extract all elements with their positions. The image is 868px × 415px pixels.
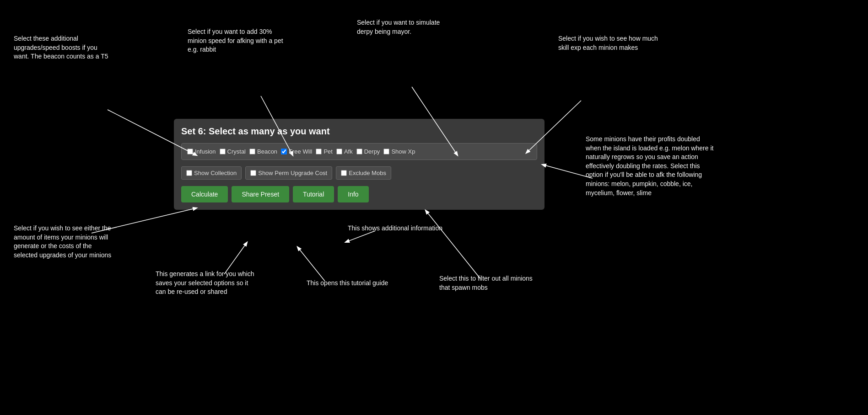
- svg-line-8: [426, 210, 480, 279]
- button-row: Calculate Share Preset Tutorial Info: [181, 186, 537, 202]
- checkbox-beacon-label: Beacon: [257, 148, 277, 155]
- checkbox-derpy[interactable]: Derpy: [356, 148, 380, 155]
- annotation-bottom-center-left: This generates a link for you which save…: [156, 270, 256, 297]
- checkbox-afk-label: Afk: [344, 148, 353, 155]
- checkbox-derpy-input[interactable]: [356, 149, 362, 154]
- checkbox-beacon[interactable]: Beacon: [249, 148, 277, 155]
- checkbox-afk-input[interactable]: [336, 149, 342, 154]
- checkbox-crystal[interactable]: Crystal: [220, 148, 246, 155]
- settings-panel: Set 6: Select as many as you want Infusi…: [174, 119, 545, 210]
- annotation-top-right: Select if you wish to see how much skill…: [558, 34, 659, 52]
- checkbox-showpermupgrade-input[interactable]: [250, 170, 256, 176]
- checkbox-freewill-label: Free Will: [289, 148, 312, 155]
- checkbox-freewill-input[interactable]: [281, 149, 287, 154]
- checkbox-crystal-input[interactable]: [220, 149, 226, 154]
- annotation-bottom-left: Select if you wish to see either the amo…: [14, 224, 114, 260]
- checkbox-showcollection-input[interactable]: [186, 170, 192, 176]
- checkbox-showxp-input[interactable]: [383, 149, 389, 154]
- checkbox-showxp-label: Show Xp: [391, 148, 415, 155]
- checkbox-showpermupgrade-label: Show Perm Upgrade Cost: [258, 170, 327, 176]
- tutorial-button[interactable]: Tutorial: [293, 186, 334, 202]
- checkbox-pet-label: Pet: [323, 148, 333, 155]
- share-preset-button[interactable]: Share Preset: [232, 186, 289, 202]
- annotation-bottom-center-right: This shows additional information: [348, 224, 442, 233]
- checkbox-infusion[interactable]: Infusion: [187, 148, 216, 155]
- checkbox-row-2: Show Collection Show Perm Upgrade Cost E…: [181, 165, 537, 181]
- checkbox-showcollection[interactable]: Show Collection: [181, 166, 242, 180]
- checkbox-beacon-input[interactable]: [249, 149, 255, 154]
- checkbox-pet-input[interactable]: [316, 149, 322, 154]
- annotation-bottom-center: This opens this tutorial guide: [307, 279, 388, 288]
- annotation-top-left: Select these additional upgrades/speed b…: [14, 34, 114, 61]
- annotation-top-center-left: Select if you want to add 30% minion spe…: [188, 27, 288, 54]
- checkbox-freewill[interactable]: Free Will: [281, 148, 312, 155]
- svg-line-9: [542, 165, 593, 178]
- annotation-top-center-right: Select if you want to simulate derpy bei…: [357, 18, 458, 36]
- annotation-right-side: Some minions have their profits doubled …: [586, 135, 714, 197]
- checkbox-pet[interactable]: Pet: [316, 148, 333, 155]
- checkbox-row-1: Infusion Crystal Beacon Free Will Pet Af…: [181, 143, 537, 160]
- annotation-bottom-right-mid: Select this to filter out all minions th…: [439, 274, 540, 292]
- panel-title: Set 6: Select as many as you want: [181, 126, 537, 137]
- checkbox-showcollection-label: Show Collection: [194, 170, 237, 176]
- checkbox-excludemobs-label: Exclude Mobs: [349, 170, 386, 176]
- checkbox-afk[interactable]: Afk: [336, 148, 353, 155]
- calculate-button[interactable]: Calculate: [181, 186, 228, 202]
- info-button[interactable]: Info: [338, 186, 368, 202]
- checkbox-crystal-label: Crystal: [227, 148, 246, 155]
- checkbox-excludemobs[interactable]: Exclude Mobs: [336, 166, 391, 180]
- svg-line-6: [297, 247, 325, 281]
- checkbox-infusion-input[interactable]: [187, 149, 193, 154]
- checkbox-showxp[interactable]: Show Xp: [383, 148, 415, 155]
- checkbox-derpy-label: Derpy: [364, 148, 380, 155]
- checkbox-excludemobs-input[interactable]: [341, 170, 347, 176]
- checkbox-infusion-label: Infusion: [195, 148, 216, 155]
- checkbox-showpermupgrade[interactable]: Show Perm Upgrade Cost: [245, 166, 332, 180]
